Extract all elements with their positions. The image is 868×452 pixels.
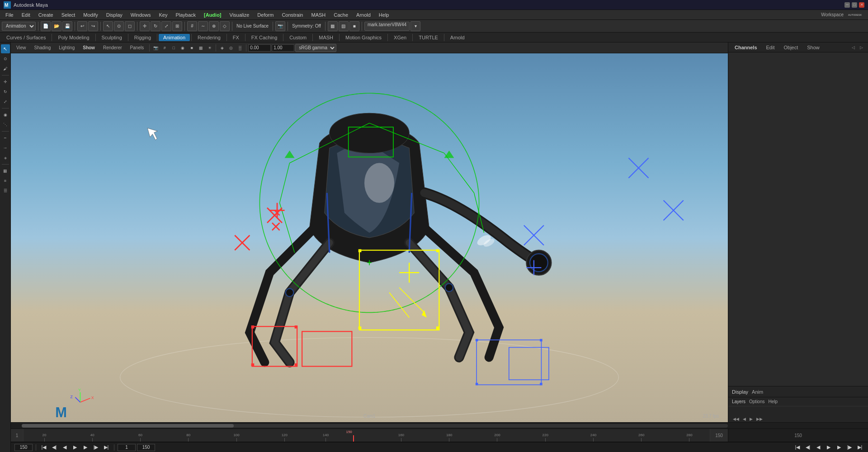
tab-curves-surfaces[interactable]: Curves / Surfaces (2, 34, 50, 41)
user-selector[interactable]: mark.tannerV8W44 (364, 22, 410, 31)
move-lt[interactable]: ✛ (1, 77, 10, 86)
vp-color-mode[interactable]: sRGB gamma (295, 44, 336, 52)
vp-texture-btn[interactable]: ▩ (197, 44, 205, 52)
tab-rendering[interactable]: Rendering (193, 34, 225, 41)
range-end-field[interactable]: 150 (137, 444, 155, 451)
scroll-track[interactable] (22, 424, 728, 428)
tab-mash[interactable]: MASH (314, 34, 338, 41)
new-file-btn[interactable]: 📄 (41, 21, 51, 31)
tab-xgen[interactable]: XGen (389, 34, 411, 41)
menu-item-select[interactable]: Select (58, 11, 79, 19)
vp-value2[interactable]: 1.00 (272, 44, 294, 52)
vp-tab-panels[interactable]: Panels (127, 44, 148, 51)
menu-item-key[interactable]: Key (155, 11, 171, 19)
soft-mod-lt[interactable]: ◉ (1, 110, 10, 119)
vp-grid-btn[interactable]: # (160, 44, 169, 52)
menu-item-constrain[interactable]: Constrain (278, 11, 307, 19)
vp-isolate-btn[interactable]: ◈ (218, 44, 226, 52)
menu-item-modify[interactable]: Modify (80, 11, 101, 19)
rp-next-next-btn[interactable]: ▶▶ (755, 416, 764, 422)
go-start-btn[interactable]: |◀ (39, 443, 48, 452)
pb-right-prev[interactable]: ◀ (814, 443, 823, 452)
timeline-ruler[interactable]: 20 40 60 80 100 120 140 150 160 180 200 … (24, 429, 710, 442)
rp-tab-object[interactable]: Object (781, 44, 801, 51)
menu-item-playback[interactable]: Playback (172, 11, 199, 19)
move-tool-btn[interactable]: ✛ (140, 21, 150, 31)
scroll-thumb[interactable] (22, 424, 234, 428)
menu-item-arnold[interactable]: Arnold (353, 11, 374, 19)
stop-render-btn[interactable]: ■ (349, 21, 359, 31)
lattice-lt[interactable]: ⋱ (1, 120, 10, 129)
select-tool-btn[interactable]: ↖ (103, 21, 113, 31)
layers-lt[interactable]: ≡ (1, 176, 10, 185)
save-file-btn[interactable]: 💾 (62, 21, 72, 31)
pb-right-go-end[interactable]: ▶| (855, 443, 864, 452)
snap-surface-btn[interactable]: ◇ (220, 21, 230, 31)
rp-prev-btn[interactable]: ◀ (742, 416, 747, 422)
rp-next-btn[interactable]: ▶ (749, 416, 754, 422)
snap-point-btn[interactable]: ⊕ (209, 21, 219, 31)
undo-btn[interactable]: ↩ (77, 21, 87, 31)
ipr-render-btn[interactable]: ▧ (339, 21, 349, 31)
tab-rigging[interactable]: Rigging (130, 34, 156, 41)
tab-poly-modeling[interactable]: Poly Modeling (53, 34, 94, 41)
play-btn[interactable]: ▶ (71, 443, 80, 452)
pb-right-play[interactable]: ▶ (824, 443, 833, 452)
joint-lt[interactable]: ━ (1, 133, 10, 142)
snap-curve-btn[interactable]: ∼ (198, 21, 208, 31)
go-end-btn[interactable]: ▶| (102, 443, 111, 452)
render-lt[interactable]: ▦ (1, 166, 10, 175)
user-dropdown-btn[interactable]: ▾ (410, 21, 420, 31)
rp-expand-icon[interactable]: ▷ (858, 44, 864, 51)
vp-tab-view[interactable]: View (13, 44, 30, 51)
minimize-btn[interactable]: ─ (844, 2, 850, 8)
tab-sculpting[interactable]: Sculpting (97, 34, 127, 41)
menu-item-file[interactable]: File (2, 11, 17, 19)
render-btn[interactable]: ▦ (328, 21, 338, 31)
sculpt-lt[interactable]: 🖌 (1, 64, 10, 73)
tab-animation[interactable]: Animation (159, 34, 190, 41)
prev-frame-btn[interactable]: ◀ (60, 443, 69, 452)
menu-item-help[interactable]: Help (375, 11, 393, 19)
current-frame-field[interactable]: 150 (14, 444, 33, 451)
rp-help-label[interactable]: Help (768, 399, 778, 404)
vp-value1[interactable]: 0.00 (248, 44, 271, 52)
rp-collapse-icon[interactable]: ◁ (850, 44, 856, 51)
scale-tool-btn[interactable]: ⤢ (161, 21, 171, 31)
range-start-field[interactable]: 1 (118, 444, 136, 451)
rp-display-tab[interactable]: Display (732, 389, 748, 395)
select-tool-lt[interactable]: ↖ (1, 44, 10, 53)
menu-item-visualize[interactable]: Visualize (226, 11, 253, 19)
pb-right-next-key[interactable]: |▶ (845, 443, 854, 452)
skin-lt[interactable]: ◈ (1, 153, 10, 162)
next-key-btn[interactable]: |▶ (91, 443, 100, 452)
vp-solid-btn[interactable]: ■ (188, 44, 196, 52)
rp-prev-prev-btn[interactable]: ◀◀ (732, 416, 740, 422)
menu-item-mash[interactable]: MASH (307, 11, 329, 19)
pb-right-next[interactable]: ▶ (835, 443, 844, 452)
workspace-selector[interactable]: Animation (2, 22, 36, 31)
transform-tool-btn[interactable]: ⊞ (172, 21, 182, 31)
tab-custom[interactable]: Custom (285, 34, 311, 41)
vp-smooth-btn[interactable]: ◉ (179, 44, 187, 52)
prev-key-btn[interactable]: ◀| (50, 443, 59, 452)
open-file-btn[interactable]: 📂 (52, 21, 61, 31)
tab-fx-caching[interactable]: FX Caching (247, 34, 282, 41)
vp-xray-btn[interactable]: ◎ (227, 44, 235, 52)
camera-btn[interactable]: 📷 (275, 21, 285, 31)
lasso-tool-btn[interactable]: ⊙ (114, 21, 124, 31)
vp-tab-shading[interactable]: Shading (31, 44, 55, 51)
rp-options-label[interactable]: Options (749, 399, 764, 404)
vp-cam-btn[interactable]: 📷 (151, 44, 160, 52)
rp-tab-channels[interactable]: Channels (732, 44, 760, 51)
redo-btn[interactable]: ↪ (88, 21, 98, 31)
paint-tool-btn[interactable]: ◻ (125, 21, 135, 31)
vp-tab-renderer[interactable]: Renderer (99, 44, 126, 51)
tab-motion-graphics[interactable]: Motion Graphics (341, 34, 386, 41)
menu-item-audio[interactable]: [Audio] (200, 11, 225, 19)
menu-item-display[interactable]: Display (103, 11, 126, 19)
paint-select-lt[interactable]: ⊙ (1, 54, 10, 63)
ik-lt[interactable]: ⊸ (1, 143, 10, 152)
rotate-lt[interactable]: ↻ (1, 87, 10, 96)
tab-fx[interactable]: FX (228, 34, 244, 41)
